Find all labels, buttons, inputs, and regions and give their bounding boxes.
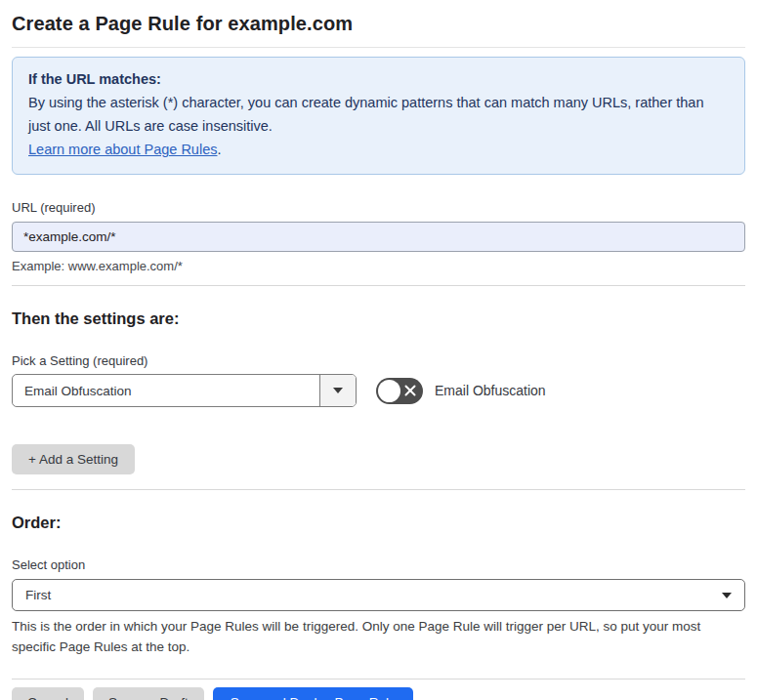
url-match-info-box: If the URL matches: By using the asteris… [12, 57, 745, 175]
footer-actions: Cancel Save as Draft Save and Deploy Pag… [12, 687, 745, 700]
caret-down-icon [722, 593, 732, 598]
toggle-label: Email Obfuscation [435, 383, 546, 398]
divider [12, 489, 745, 490]
setting-row: Email Obfuscation Email Obfuscation [12, 374, 745, 407]
toggle-knob [378, 380, 400, 402]
info-box-heading: If the URL matches: [28, 67, 729, 91]
create-page-rule-panel: Create a Page Rule for example.com If th… [0, 0, 757, 700]
url-helper-text: Example: www.example.com/* [12, 259, 745, 273]
cancel-button[interactable]: Cancel [12, 687, 84, 700]
learn-more-link[interactable]: Learn more about Page Rules [28, 142, 217, 157]
add-setting-button[interactable]: + Add a Setting [12, 444, 135, 474]
email-obfuscation-toggle[interactable] [376, 378, 423, 404]
order-select-value: First [25, 588, 51, 602]
order-select[interactable]: First [12, 579, 745, 611]
link-suffix: . [217, 142, 221, 157]
settings-section-heading: Then the settings are: [12, 309, 745, 328]
page-title: Create a Page Rule for example.com [12, 10, 745, 48]
order-select-label: Select option [12, 557, 745, 572]
url-field-label: URL (required) [12, 200, 745, 215]
order-section-heading: Order: [12, 514, 745, 532]
setting-select-arrow-button[interactable] [319, 375, 356, 406]
divider [12, 679, 745, 679]
pick-setting-label: Pick a Setting (required) [12, 353, 745, 368]
url-input[interactable] [12, 222, 745, 252]
info-box-link-line: Learn more about Page Rules. [28, 138, 729, 161]
divider [12, 285, 745, 286]
setting-select-value: Email Obfuscation [13, 375, 319, 406]
setting-select[interactable]: Email Obfuscation [12, 374, 357, 407]
caret-down-icon [333, 388, 343, 393]
info-box-body: By using the asterisk (*) character, you… [28, 91, 729, 138]
x-icon [403, 384, 417, 397]
save-as-draft-button[interactable]: Save as Draft [93, 687, 204, 700]
save-and-deploy-button[interactable]: Save and Deploy Page Rule [213, 687, 414, 700]
order-helper-text: This is the order in which your Page Rul… [12, 616, 739, 657]
